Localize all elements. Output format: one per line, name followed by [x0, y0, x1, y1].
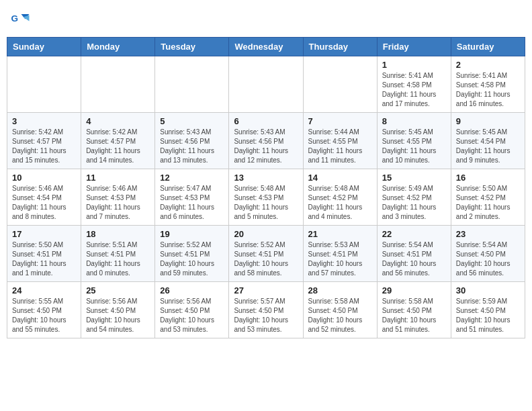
day-info: Sunrise: 5:46 AM Sunset: 4:54 PM Dayligh… — [12, 184, 76, 222]
day-number: 10 — [12, 173, 76, 183]
calendar-cell: 9Sunrise: 5:45 AM Sunset: 4:54 PM Daylig… — [451, 113, 525, 169]
day-number: 28 — [308, 285, 372, 295]
svg-text:G: G — [11, 13, 19, 24]
day-info: Sunrise: 5:47 AM Sunset: 4:53 PM Dayligh… — [160, 184, 224, 222]
day-number: 20 — [234, 229, 298, 239]
calendar-cell: 15Sunrise: 5:49 AM Sunset: 4:52 PM Dayli… — [377, 169, 451, 226]
day-info: Sunrise: 5:44 AM Sunset: 4:55 PM Dayligh… — [308, 128, 372, 165]
day-info: Sunrise: 5:54 AM Sunset: 4:50 PM Dayligh… — [456, 240, 520, 278]
day-info: Sunrise: 5:48 AM Sunset: 4:53 PM Dayligh… — [234, 184, 298, 222]
day-info: Sunrise: 5:50 AM Sunset: 4:51 PM Dayligh… — [12, 240, 76, 278]
day-number: 13 — [234, 173, 298, 183]
calendar-cell: 21Sunrise: 5:53 AM Sunset: 4:51 PM Dayli… — [303, 226, 377, 282]
day-number: 5 — [160, 116, 224, 126]
day-info: Sunrise: 5:43 AM Sunset: 4:56 PM Dayligh… — [160, 128, 224, 165]
calendar-cell: 29Sunrise: 5:58 AM Sunset: 4:50 PM Dayli… — [377, 282, 451, 338]
day-info: Sunrise: 5:56 AM Sunset: 4:50 PM Dayligh… — [86, 297, 150, 334]
day-number: 9 — [456, 116, 520, 126]
day-number: 29 — [382, 285, 446, 295]
calendar-cell: 30Sunrise: 5:59 AM Sunset: 4:50 PM Dayli… — [451, 282, 525, 338]
calendar-cell: 17Sunrise: 5:50 AM Sunset: 4:51 PM Dayli… — [7, 226, 81, 282]
day-number: 1 — [382, 60, 446, 70]
header: G — [7, 7, 525, 30]
day-number: 17 — [12, 229, 76, 239]
day-info: Sunrise: 5:58 AM Sunset: 4:50 PM Dayligh… — [382, 297, 446, 334]
calendar-cell: 23Sunrise: 5:54 AM Sunset: 4:50 PM Dayli… — [451, 226, 525, 282]
day-number: 26 — [160, 285, 224, 295]
day-info: Sunrise: 5:49 AM Sunset: 4:52 PM Dayligh… — [382, 184, 446, 222]
calendar-cell: 4Sunrise: 5:42 AM Sunset: 4:57 PM Daylig… — [81, 113, 155, 169]
day-info: Sunrise: 5:56 AM Sunset: 4:50 PM Dayligh… — [160, 297, 224, 334]
day-info: Sunrise: 5:41 AM Sunset: 4:58 PM Dayligh… — [382, 71, 446, 109]
calendar-cell — [81, 56, 155, 113]
day-info: Sunrise: 5:43 AM Sunset: 4:56 PM Dayligh… — [234, 128, 298, 165]
calendar-cell: 11Sunrise: 5:46 AM Sunset: 4:53 PM Dayli… — [81, 169, 155, 226]
calendar-cell: 2Sunrise: 5:41 AM Sunset: 4:58 PM Daylig… — [451, 56, 525, 113]
day-info: Sunrise: 5:57 AM Sunset: 4:50 PM Dayligh… — [234, 297, 298, 334]
calendar-cell: 26Sunrise: 5:56 AM Sunset: 4:50 PM Dayli… — [155, 282, 229, 338]
day-info: Sunrise: 5:45 AM Sunset: 4:55 PM Dayligh… — [382, 128, 446, 165]
week-row-1: 1Sunrise: 5:41 AM Sunset: 4:58 PM Daylig… — [7, 56, 525, 113]
day-info: Sunrise: 5:50 AM Sunset: 4:52 PM Dayligh… — [456, 184, 520, 222]
calendar-cell: 12Sunrise: 5:47 AM Sunset: 4:53 PM Dayli… — [155, 169, 229, 226]
day-info: Sunrise: 5:42 AM Sunset: 4:57 PM Dayligh… — [12, 128, 76, 165]
day-info: Sunrise: 5:45 AM Sunset: 4:54 PM Dayligh… — [456, 128, 520, 165]
day-info: Sunrise: 5:55 AM Sunset: 4:50 PM Dayligh… — [12, 297, 76, 334]
day-number: 25 — [86, 285, 150, 295]
logo: G — [10, 10, 33, 30]
day-number: 24 — [12, 285, 76, 295]
day-number: 2 — [456, 60, 520, 70]
calendar-cell: 18Sunrise: 5:51 AM Sunset: 4:51 PM Dayli… — [81, 226, 155, 282]
logo-icon: G — [10, 10, 30, 30]
week-row-4: 17Sunrise: 5:50 AM Sunset: 4:51 PM Dayli… — [7, 226, 525, 282]
day-number: 22 — [382, 229, 446, 239]
calendar-cell — [229, 56, 303, 113]
calendar-cell — [155, 56, 229, 113]
header-saturday: Saturday — [451, 38, 525, 56]
day-info: Sunrise: 5:52 AM Sunset: 4:51 PM Dayligh… — [160, 240, 224, 278]
week-row-3: 10Sunrise: 5:46 AM Sunset: 4:54 PM Dayli… — [7, 169, 525, 226]
header-sunday: Sunday — [7, 38, 81, 56]
calendar-cell: 14Sunrise: 5:48 AM Sunset: 4:52 PM Dayli… — [303, 169, 377, 226]
day-number: 15 — [382, 173, 446, 183]
day-info: Sunrise: 5:41 AM Sunset: 4:58 PM Dayligh… — [456, 71, 520, 109]
day-number: 18 — [86, 229, 150, 239]
calendar-cell: 28Sunrise: 5:58 AM Sunset: 4:50 PM Dayli… — [303, 282, 377, 338]
header-wednesday: Wednesday — [229, 38, 303, 56]
day-number: 30 — [456, 285, 520, 295]
calendar-cell: 16Sunrise: 5:50 AM Sunset: 4:52 PM Dayli… — [451, 169, 525, 226]
week-row-2: 3Sunrise: 5:42 AM Sunset: 4:57 PM Daylig… — [7, 113, 525, 169]
day-number: 8 — [382, 116, 446, 126]
day-number: 14 — [308, 173, 372, 183]
day-number: 11 — [86, 173, 150, 183]
calendar-cell: 5Sunrise: 5:43 AM Sunset: 4:56 PM Daylig… — [155, 113, 229, 169]
day-info: Sunrise: 5:59 AM Sunset: 4:50 PM Dayligh… — [456, 297, 520, 334]
day-info: Sunrise: 5:54 AM Sunset: 4:51 PM Dayligh… — [382, 240, 446, 278]
header-friday: Friday — [377, 38, 451, 56]
header-thursday: Thursday — [303, 38, 377, 56]
calendar-header-row: SundayMondayTuesdayWednesdayThursdayFrid… — [7, 38, 525, 56]
header-tuesday: Tuesday — [155, 38, 229, 56]
day-number: 6 — [234, 116, 298, 126]
day-info: Sunrise: 5:42 AM Sunset: 4:57 PM Dayligh… — [86, 128, 150, 165]
day-number: 27 — [234, 285, 298, 295]
day-info: Sunrise: 5:53 AM Sunset: 4:51 PM Dayligh… — [308, 240, 372, 278]
calendar-cell: 10Sunrise: 5:46 AM Sunset: 4:54 PM Dayli… — [7, 169, 81, 226]
week-row-5: 24Sunrise: 5:55 AM Sunset: 4:50 PM Dayli… — [7, 282, 525, 338]
day-number: 21 — [308, 229, 372, 239]
day-info: Sunrise: 5:58 AM Sunset: 4:50 PM Dayligh… — [308, 297, 372, 334]
day-info: Sunrise: 5:52 AM Sunset: 4:51 PM Dayligh… — [234, 240, 298, 278]
calendar-cell: 1Sunrise: 5:41 AM Sunset: 4:58 PM Daylig… — [377, 56, 451, 113]
calendar-cell: 24Sunrise: 5:55 AM Sunset: 4:50 PM Dayli… — [7, 282, 81, 338]
calendar-cell: 20Sunrise: 5:52 AM Sunset: 4:51 PM Dayli… — [229, 226, 303, 282]
calendar-cell: 6Sunrise: 5:43 AM Sunset: 4:56 PM Daylig… — [229, 113, 303, 169]
calendar: SundayMondayTuesdayWednesdayThursdayFrid… — [7, 37, 525, 338]
day-number: 23 — [456, 229, 520, 239]
day-number: 12 — [160, 173, 224, 183]
day-number: 4 — [86, 116, 150, 126]
day-number: 7 — [308, 116, 372, 126]
day-info: Sunrise: 5:51 AM Sunset: 4:51 PM Dayligh… — [86, 240, 150, 278]
calendar-cell: 7Sunrise: 5:44 AM Sunset: 4:55 PM Daylig… — [303, 113, 377, 169]
header-monday: Monday — [81, 38, 155, 56]
day-info: Sunrise: 5:48 AM Sunset: 4:52 PM Dayligh… — [308, 184, 372, 222]
